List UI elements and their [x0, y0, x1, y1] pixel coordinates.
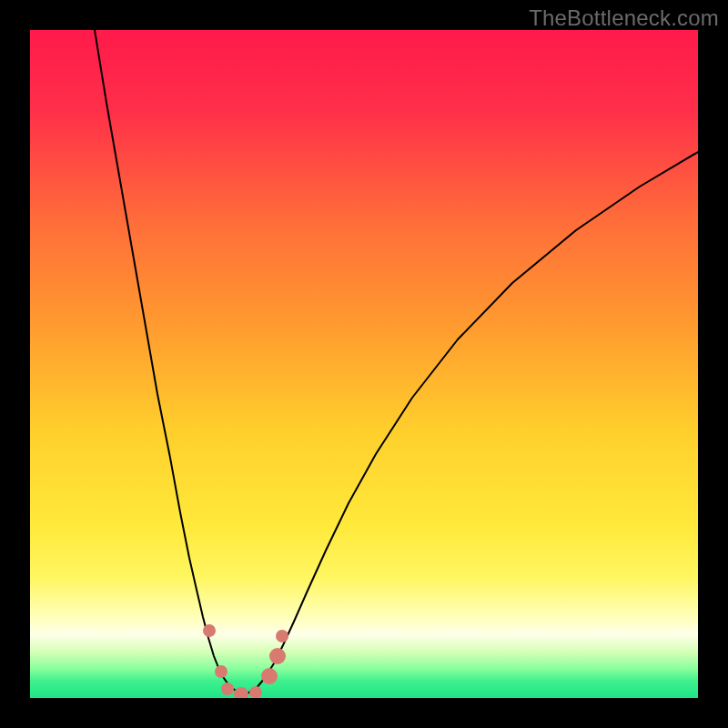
dot-left-upper [203, 624, 216, 637]
dot-left-mid [215, 665, 228, 678]
dot-bottom-b [234, 687, 248, 698]
dot-bottom-a [221, 682, 234, 695]
curve-layer [30, 30, 698, 698]
dot-right-top [276, 630, 288, 642]
watermark-label: TheBottleneck.com [529, 5, 719, 31]
plot-area [30, 30, 698, 698]
chart-frame: TheBottleneck.com [0, 0, 728, 728]
dot-right-upper [269, 648, 286, 664]
dot-right-lower [261, 668, 278, 684]
dot-bottom-c [249, 686, 262, 698]
series-right-branch [244, 152, 698, 695]
series-left-branch [95, 30, 244, 695]
